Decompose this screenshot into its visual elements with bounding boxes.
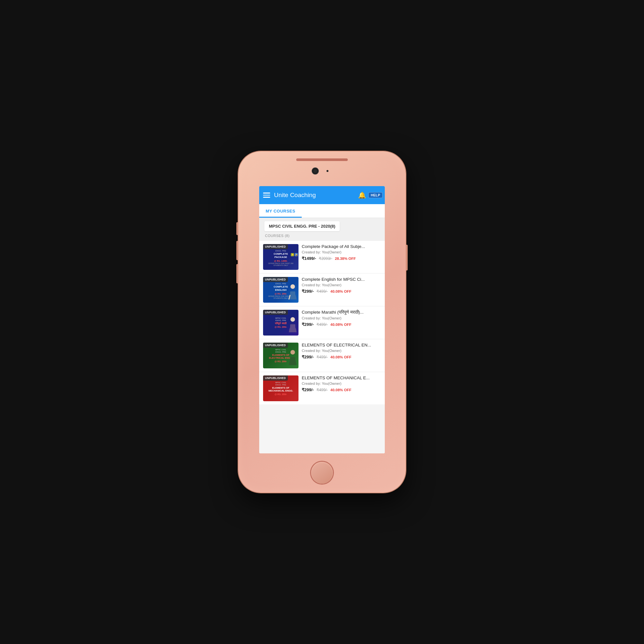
course-info: ELEMENTS OF ELECTRICAL EN... Created by:… bbox=[302, 343, 381, 359]
course-thumbnail: UNPUBLISHED MPSC CIVIL ENGG. PRE COMPLET… bbox=[263, 277, 298, 303]
person-figure bbox=[286, 283, 298, 300]
person-figure bbox=[286, 349, 298, 366]
price-original: ₹499/- bbox=[317, 322, 328, 327]
course-item[interactable]: UNPUBLISHED MPSC CIVIL ENGG. PRE ELEMENT… bbox=[259, 372, 385, 404]
vol-silent-btn bbox=[236, 222, 238, 235]
menu-button[interactable] bbox=[263, 193, 270, 198]
price-original: ₹499/- bbox=[317, 289, 328, 294]
course-thumbnail: UNPUBLISHED MPSC CIVIL ENGG. PRE ELEMENT… bbox=[263, 375, 298, 401]
course-item[interactable]: UNPUBLISHED MPSC CIVIL ENGG. PRE ELEMENT… bbox=[259, 339, 385, 372]
phone-camera bbox=[312, 168, 318, 174]
price-row: ₹1499/- ₹2093/- 28.38% OFF bbox=[302, 256, 381, 261]
price-current: ₹299/- bbox=[302, 322, 314, 327]
price-row: ₹299/- ₹499/- 40.08% OFF bbox=[302, 355, 381, 359]
phone-screen: Unite Coaching 🔔 HELP MY COURSES MPSC CI… bbox=[259, 186, 385, 453]
course-creator: Created by: You(Owner) bbox=[302, 283, 381, 287]
course-item[interactable]: UNPUBLISHED MPSC CIVIL ENGG. PRE COMPLET… bbox=[259, 274, 385, 306]
person-figure bbox=[286, 316, 298, 333]
tab-bar: MY COURSES bbox=[259, 204, 385, 218]
course-creator: Created by: You(Owner) bbox=[302, 349, 381, 353]
help-badge: HELP bbox=[368, 192, 382, 198]
course-info: Complete English for MPSC Ci... Created … bbox=[302, 277, 381, 294]
unpublished-badge: UNPUBLISHED bbox=[263, 375, 288, 381]
discount-badge: 40.08% OFF bbox=[330, 355, 351, 359]
course-item[interactable]: UNPUBLISHED MPSC CIVIL ENGG. PRE परिपूर्… bbox=[259, 307, 385, 339]
unpublished-badge: UNPUBLISHED bbox=[263, 343, 288, 348]
course-name: ELEMENTS OF ELECTRICAL EN... bbox=[302, 343, 381, 347]
svg-rect-1 bbox=[290, 291, 295, 297]
help-button[interactable]: HELP bbox=[370, 190, 381, 201]
course-thumbnail: UNPUBLISHED MPSC CIVIL ENGG. PRE ELEMENT… bbox=[263, 343, 298, 368]
price-current: ₹1499/- bbox=[302, 256, 316, 261]
price-original: ₹499/- bbox=[317, 355, 328, 359]
discount-badge: 40.08% OFF bbox=[330, 323, 351, 327]
group-title: MPSC CIVIL ENGG. PRE - 2020(8) bbox=[264, 221, 340, 231]
svg-rect-3 bbox=[290, 324, 295, 329]
discount-badge: 40.08% OFF bbox=[330, 388, 351, 392]
svg-point-0 bbox=[290, 284, 295, 289]
price-row: ₹299/- ₹499/- 40.08% OFF bbox=[302, 289, 381, 294]
course-creator: Created by: You(Owner) bbox=[302, 382, 381, 385]
course-info: ELEMENTS OF MECHANICAL E... Created by: … bbox=[302, 375, 381, 392]
phone-sensor bbox=[327, 170, 328, 172]
course-name: ELEMENTS OF MECHANICAL E... bbox=[302, 375, 381, 380]
unpublished-badge: UNPUBLISHED bbox=[263, 277, 288, 282]
course-creator: Created by: You(Owner) bbox=[302, 316, 381, 320]
price-current: ₹299/- bbox=[302, 289, 314, 294]
discount-badge: 40.08% OFF bbox=[330, 289, 351, 293]
price-original: ₹499/- bbox=[317, 388, 328, 392]
price-row: ₹299/- ₹499/- 40.08% OFF bbox=[302, 322, 381, 327]
unpublished-badge: UNPUBLISHED bbox=[263, 310, 288, 315]
course-thumbnail: UNPUBLISHED MPSC CIVIL ENGG. PRE परिपूर्… bbox=[263, 310, 298, 336]
course-name: Complete Package of All Subje... bbox=[302, 244, 381, 249]
discount-badge: 28.38% OFF bbox=[335, 257, 356, 260]
tab-my-courses[interactable]: MY COURSES bbox=[259, 204, 302, 218]
app-bar-actions: 🔔 HELP bbox=[356, 190, 381, 201]
course-name: Complete English for MPSC Ci... bbox=[302, 277, 381, 282]
power-btn bbox=[406, 245, 408, 270]
price-original: ₹2093/- bbox=[319, 256, 332, 261]
course-info: Complete Marathi (परिपूर्ण मराठी)... Cre… bbox=[302, 310, 381, 327]
course-thumbnail: UNPUBLISHED MPSC CIVIL ENGG. PRE COMPLET… bbox=[263, 244, 298, 270]
course-item[interactable]: UNPUBLISHED MPSC CIVIL ENGG. PRE COMPLET… bbox=[259, 241, 385, 273]
home-button[interactable] bbox=[311, 462, 333, 484]
courses-count: COURSES (8) bbox=[264, 234, 380, 238]
course-info: Complete Package of All Subje... Created… bbox=[302, 244, 381, 261]
notifications-button[interactable]: 🔔 bbox=[356, 190, 367, 201]
vol-up-btn bbox=[236, 241, 238, 260]
course-list: UNPUBLISHED MPSC CIVIL ENGG. PRE COMPLET… bbox=[259, 241, 385, 453]
course-group-header: MPSC CIVIL ENGG. PRE - 2020(8) COURSES (… bbox=[259, 218, 385, 241]
phone-speaker bbox=[296, 158, 348, 161]
price-current: ₹299/- bbox=[302, 387, 314, 392]
app-title: Unite Coaching bbox=[274, 192, 353, 199]
app-bar: Unite Coaching 🔔 HELP bbox=[259, 186, 385, 204]
phone-device: Unite Coaching 🔔 HELP MY COURSES MPSC CI… bbox=[238, 151, 406, 493]
price-row: ₹299/- ₹499/- 40.08% OFF bbox=[302, 387, 381, 392]
course-name: Complete Marathi (परिपूर्ण मराठी)... bbox=[302, 310, 381, 315]
unpublished-badge: UNPUBLISHED bbox=[263, 244, 288, 249]
svg-point-2 bbox=[290, 317, 295, 322]
vol-down-btn bbox=[236, 264, 238, 283]
course-creator: Created by: You(Owner) bbox=[302, 250, 381, 254]
svg-point-4 bbox=[290, 350, 295, 355]
bell-icon: 🔔 bbox=[358, 191, 366, 199]
svg-rect-5 bbox=[290, 357, 295, 362]
price-current: ₹299/- bbox=[302, 355, 314, 359]
